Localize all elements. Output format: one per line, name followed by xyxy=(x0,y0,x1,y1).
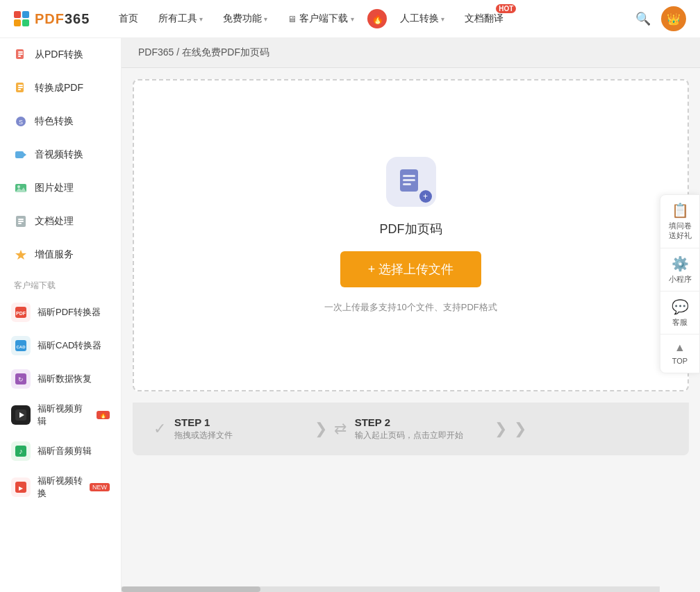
chevron-down-icon: ▾ xyxy=(441,15,444,23)
steps-bar: ✓ STEP 1 拖拽或选择文件 ❯ ⇄ STEP 2 输入起止页码，点击立即开… xyxy=(133,403,689,455)
tool-title: PDF加页码 xyxy=(380,221,442,237)
svg-rect-10 xyxy=(15,151,24,158)
sidebar-item-to-pdf[interactable]: 转换成PDF xyxy=(0,71,121,105)
main-content: PDF365 / 在线免费PDF加页码 + PDF加页码 + 选择上传文件 一次… xyxy=(122,38,700,592)
svg-marker-19 xyxy=(15,250,26,260)
svg-rect-17 xyxy=(18,221,24,222)
step-2: ⇄ STEP 2 输入起止页码，点击立即开始 xyxy=(334,416,488,441)
horizontal-scrollbar[interactable] xyxy=(122,586,660,592)
upload-button[interactable]: + 选择上传文件 xyxy=(340,251,482,287)
sidebar-download-data-recovery[interactable]: ↻ 福昕数据恢复 xyxy=(0,362,121,396)
video-convert-icon: ▶ xyxy=(11,477,31,497)
sidebar-item-special[interactable]: S 特色转换 xyxy=(0,105,121,138)
hot-badge: HOT xyxy=(496,4,516,13)
main-layout: 从PDF转换 转换成PDF S 特色转换 音视频转换 图片处理 xyxy=(0,38,700,592)
to-pdf-icon xyxy=(14,81,28,95)
svg-rect-35 xyxy=(403,183,411,185)
top-label: TOP xyxy=(672,356,688,366)
svg-rect-33 xyxy=(403,175,415,177)
upload-hint: 一次上传最多支持10个文件、支持PDF格式 xyxy=(324,301,497,314)
upload-icon-box: + xyxy=(386,157,436,207)
miniprogram-icon: ⚙️ xyxy=(672,255,689,272)
nav-menu: 首页 所有工具 ▾ 免费功能 ▾ 🖥 客户端下载 ▾ 🔥 人工转换 ▾ 文档翻译… xyxy=(110,8,631,29)
logo[interactable]: PDF365 xyxy=(14,11,90,27)
fire-badge: 🔥 xyxy=(97,411,110,419)
desktop-icon: 🖥 xyxy=(288,14,297,24)
svg-text:S: S xyxy=(19,119,23,126)
sidebar-download-video-edit[interactable]: 福昕视频剪辑 🔥 xyxy=(0,396,121,434)
chevron-down-icon: ▾ xyxy=(199,15,203,23)
nav-right-actions: 🔍 👑 xyxy=(631,6,686,31)
vip-icon xyxy=(14,248,28,262)
nav-download[interactable]: 🖥 客户端下载 ▾ xyxy=(279,8,362,29)
nav-translate[interactable]: 文档翻译 HOT xyxy=(456,8,512,29)
svg-rect-18 xyxy=(18,223,22,224)
breadcrumb: PDF365 / 在线免费PDF加页码 xyxy=(122,38,700,68)
right-arrow-icon: ❯ xyxy=(514,420,526,438)
nav-tools[interactable]: 所有工具 ▾ xyxy=(150,8,211,29)
svg-text:PDF: PDF xyxy=(16,311,26,316)
sidebar-item-doc[interactable]: 文档处理 xyxy=(0,205,121,238)
survey-label: 填问卷送好礼 xyxy=(669,221,692,241)
doc-icon xyxy=(14,214,28,228)
image-icon xyxy=(14,181,28,195)
new-badge: NEW xyxy=(90,483,110,491)
miniprogram-button[interactable]: ⚙️ 小程序 xyxy=(660,248,699,291)
pdf-converter-icon: PDF xyxy=(11,303,31,322)
survey-button[interactable]: 📋 填问卷送好礼 xyxy=(660,195,699,248)
chevron-down-icon: ▾ xyxy=(351,15,354,23)
cad-converter-icon: CAD xyxy=(11,336,31,355)
audio-edit-icon: ♪ xyxy=(11,441,31,461)
svg-rect-7 xyxy=(18,89,21,90)
customer-service-button[interactable]: 💬 客服 xyxy=(660,291,699,335)
customer-service-icon: 💬 xyxy=(672,298,689,315)
upload-dropzone[interactable]: + PDF加页码 + 选择上传文件 一次上传最多支持10个文件、支持PDF格式 xyxy=(133,79,689,391)
svg-rect-34 xyxy=(403,179,415,181)
svg-point-13 xyxy=(17,185,20,188)
sidebar-item-vip[interactable]: 增值服务 xyxy=(0,238,121,271)
back-to-top-button[interactable]: ▲ TOP xyxy=(660,335,699,373)
av-icon xyxy=(14,148,28,162)
sidebar-item-av[interactable]: 音视频转换 xyxy=(0,138,121,171)
logo-grid-icon xyxy=(14,11,29,26)
step-1: ✓ STEP 1 拖拽或选择文件 xyxy=(153,416,308,441)
search-button[interactable]: 🔍 xyxy=(631,6,656,31)
sidebar-download-cad[interactable]: CAD 福昕CAD转换器 xyxy=(0,329,121,362)
nav-home[interactable]: 首页 xyxy=(110,8,147,29)
from-pdf-icon xyxy=(14,48,28,62)
user-avatar[interactable]: 👑 xyxy=(661,6,686,31)
svg-text:♪: ♪ xyxy=(19,447,23,455)
data-recovery-icon: ↻ xyxy=(11,369,31,389)
plus-icon: + xyxy=(419,190,432,203)
fire-icon: 🔥 xyxy=(367,9,387,28)
sidebar-item-image[interactable]: 图片处理 xyxy=(0,171,121,205)
checkmark-icon: ✓ xyxy=(153,420,166,438)
sidebar-download-pdf[interactable]: PDF 福昕PDF转换器 xyxy=(0,296,121,329)
float-panel: 📋 填问卷送好礼 ⚙️ 小程序 💬 客服 ▲ TOP xyxy=(660,194,700,373)
sidebar-section-download: 客户端下载 xyxy=(0,271,121,296)
sidebar-download-video-convert[interactable]: ▶ 福昕视频转换 NEW xyxy=(0,468,121,507)
sidebar: 从PDF转换 转换成PDF S 特色转换 音视频转换 图片处理 xyxy=(0,38,122,592)
svg-rect-6 xyxy=(18,87,23,88)
nav-free[interactable]: 免费功能 ▾ xyxy=(215,8,276,29)
nav-manual[interactable]: 人工转换 ▾ xyxy=(392,8,453,29)
svg-rect-1 xyxy=(18,51,23,53)
sidebar-item-from-pdf[interactable]: 从PDF转换 xyxy=(0,38,121,71)
chevron-down-icon: ▾ xyxy=(264,15,267,23)
arrow-icon-2: ❯ xyxy=(494,420,507,438)
video-edit-icon xyxy=(11,405,31,425)
sidebar-download-audio-edit[interactable]: ♪ 福昕音频剪辑 xyxy=(0,434,121,468)
step-3-placeholder: ❯ xyxy=(514,420,668,438)
logo-text: PDF365 xyxy=(35,11,90,27)
svg-text:CAD: CAD xyxy=(17,345,26,349)
up-arrow-icon: ▲ xyxy=(674,341,685,354)
svg-rect-2 xyxy=(18,53,23,55)
arrow-icon: ❯ xyxy=(315,420,327,438)
svg-marker-11 xyxy=(24,153,26,157)
svg-text:▶: ▶ xyxy=(19,485,24,491)
scroll-thumb[interactable] xyxy=(122,586,260,592)
top-navigation: PDF365 首页 所有工具 ▾ 免费功能 ▾ 🖥 客户端下载 ▾ 🔥 人工转换… xyxy=(0,0,700,38)
svg-text:↻: ↻ xyxy=(18,376,24,383)
miniprogram-label: 小程序 xyxy=(669,274,692,284)
special-icon: S xyxy=(14,115,28,128)
